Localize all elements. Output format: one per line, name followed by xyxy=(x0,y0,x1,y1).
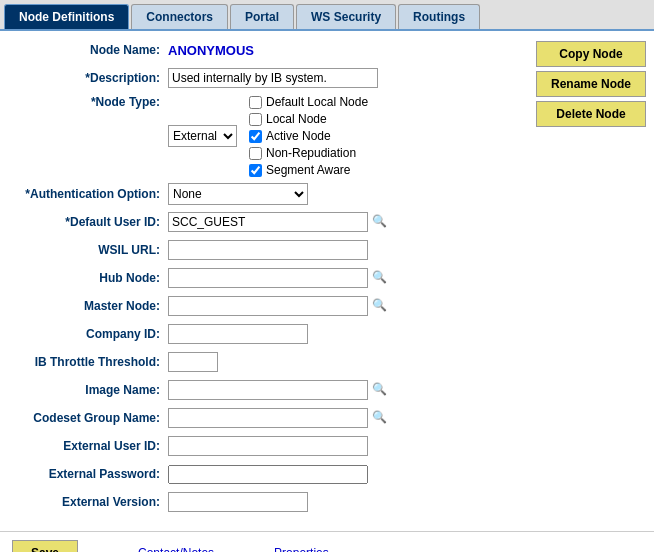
auth-option-select[interactable]: None Password Certificate xyxy=(168,183,308,205)
node-type-label: *Node Type: xyxy=(8,95,168,109)
default-user-id-value-container xyxy=(168,212,388,232)
external-password-label: External Password: xyxy=(8,467,168,481)
codeset-group-input[interactable] xyxy=(168,408,368,428)
default-local-node-row: Default Local Node xyxy=(249,95,368,109)
external-version-input[interactable] xyxy=(168,492,308,512)
properties-link[interactable]: Properties xyxy=(274,546,329,552)
description-value-container xyxy=(168,68,378,88)
contact-notes-link[interactable]: Contact/Notes xyxy=(138,546,214,552)
tab-routings[interactable]: Routings xyxy=(398,4,480,29)
external-version-value-container xyxy=(168,492,308,512)
footer: Save Contact/Notes Properties xyxy=(0,531,654,552)
node-name-label: Node Name: xyxy=(8,43,168,57)
default-user-id-row: *Default User ID: xyxy=(8,211,524,233)
external-user-id-input[interactable] xyxy=(168,436,368,456)
segment-aware-checkbox[interactable] xyxy=(249,164,262,177)
node-name-value-container: ANONYMOUS xyxy=(168,43,254,58)
external-password-input[interactable] xyxy=(168,465,368,484)
tab-ws-security[interactable]: WS Security xyxy=(296,4,396,29)
ib-throttle-value-container xyxy=(168,352,218,372)
image-name-search-icon[interactable] xyxy=(372,382,388,398)
tab-node-definitions[interactable]: Node Definitions xyxy=(4,4,129,29)
save-button[interactable]: Save xyxy=(12,540,78,552)
default-user-id-label: *Default User ID: xyxy=(8,215,168,229)
ib-throttle-input[interactable] xyxy=(168,352,218,372)
rename-node-button[interactable]: Rename Node xyxy=(536,71,646,97)
codeset-group-value-container xyxy=(168,408,388,428)
external-version-row: External Version: xyxy=(8,491,524,513)
node-type-row: *Node Type: External Internal Pub/Sub De… xyxy=(8,95,524,177)
hub-node-row: Hub Node: xyxy=(8,267,524,289)
image-name-input[interactable] xyxy=(168,380,368,400)
copy-node-button[interactable]: Copy Node xyxy=(536,41,646,67)
hub-node-input[interactable] xyxy=(168,268,368,288)
external-user-id-label: External User ID: xyxy=(8,439,168,453)
auth-option-row: *Authentication Option: None Password Ce… xyxy=(8,183,524,205)
image-name-row: Image Name: xyxy=(8,379,524,401)
segment-aware-label: Segment Aware xyxy=(266,163,351,177)
master-node-row: Master Node: xyxy=(8,295,524,317)
description-input[interactable] xyxy=(168,68,378,88)
external-password-value-container xyxy=(168,465,368,484)
action-buttons: Copy Node Rename Node Delete Node xyxy=(536,39,646,519)
active-node-label: Active Node xyxy=(266,129,331,143)
master-node-label: Master Node: xyxy=(8,299,168,313)
description-row: *Description: xyxy=(8,67,524,89)
form-area: Node Name: ANONYMOUS *Description: *Node… xyxy=(8,39,524,519)
hub-node-label: Hub Node: xyxy=(8,271,168,285)
external-user-id-value-container xyxy=(168,436,368,456)
company-id-value-container xyxy=(168,324,308,344)
non-repudiation-row: Non-Repudiation xyxy=(249,146,368,160)
delete-node-button[interactable]: Delete Node xyxy=(536,101,646,127)
wsil-url-label: WSIL URL: xyxy=(8,243,168,257)
local-node-row: Local Node xyxy=(249,112,368,126)
auth-option-label: *Authentication Option: xyxy=(8,187,168,201)
local-node-checkbox[interactable] xyxy=(249,113,262,126)
default-user-id-search-icon[interactable] xyxy=(372,214,388,230)
master-node-value-container xyxy=(168,296,388,316)
active-node-checkbox[interactable] xyxy=(249,130,262,143)
external-password-row: External Password: xyxy=(8,463,524,485)
auth-option-value-container: None Password Certificate xyxy=(168,183,308,205)
codeset-group-row: Codeset Group Name: xyxy=(8,407,524,429)
master-node-search-icon[interactable] xyxy=(372,298,388,314)
tab-connectors[interactable]: Connectors xyxy=(131,4,228,29)
default-local-node-checkbox[interactable] xyxy=(249,96,262,109)
default-user-id-input[interactable] xyxy=(168,212,368,232)
local-node-label: Local Node xyxy=(266,112,327,126)
image-name-label: Image Name: xyxy=(8,383,168,397)
node-name-row: Node Name: ANONYMOUS xyxy=(8,39,524,61)
default-local-node-label: Default Local Node xyxy=(266,95,368,109)
segment-aware-row: Segment Aware xyxy=(249,163,368,177)
image-name-value-container xyxy=(168,380,388,400)
external-user-id-row: External User ID: xyxy=(8,435,524,457)
checkboxes-group: Default Local Node Local Node Active Nod… xyxy=(249,95,368,177)
codeset-group-search-icon[interactable] xyxy=(372,410,388,426)
company-id-label: Company ID: xyxy=(8,327,168,341)
company-id-row: Company ID: xyxy=(8,323,524,345)
non-repudiation-label: Non-Repudiation xyxy=(266,146,356,160)
wsil-url-row: WSIL URL: xyxy=(8,239,524,261)
main-content: Node Name: ANONYMOUS *Description: *Node… xyxy=(0,31,654,527)
codeset-group-label: Codeset Group Name: xyxy=(8,411,168,425)
ib-throttle-label: IB Throttle Threshold: xyxy=(8,355,168,369)
node-name-value: ANONYMOUS xyxy=(168,43,254,58)
node-type-value-container: External Internal Pub/Sub Default Local … xyxy=(168,95,368,177)
hub-node-search-icon[interactable] xyxy=(372,270,388,286)
tab-bar: Node Definitions Connectors Portal WS Se… xyxy=(0,0,654,31)
wsil-url-input[interactable] xyxy=(168,240,368,260)
hub-node-value-container xyxy=(168,268,388,288)
ib-throttle-row: IB Throttle Threshold: xyxy=(8,351,524,373)
active-node-row: Active Node xyxy=(249,129,368,143)
tab-portal[interactable]: Portal xyxy=(230,4,294,29)
node-type-select[interactable]: External Internal Pub/Sub xyxy=(168,125,237,147)
company-id-input[interactable] xyxy=(168,324,308,344)
wsil-url-value-container xyxy=(168,240,368,260)
description-label: *Description: xyxy=(8,71,168,85)
non-repudiation-checkbox[interactable] xyxy=(249,147,262,160)
master-node-input[interactable] xyxy=(168,296,368,316)
external-version-label: External Version: xyxy=(8,495,168,509)
